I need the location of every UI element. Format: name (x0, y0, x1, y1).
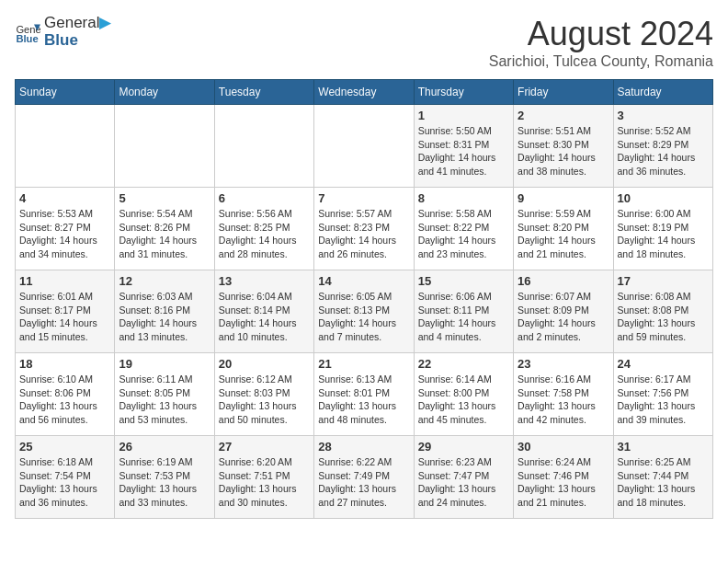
day-cell: 21Sunrise: 6:13 AMSunset: 8:01 PMDayligh… (314, 353, 414, 436)
day-info: Sunrise: 5:59 AMSunset: 8:20 PMDaylight:… (518, 207, 609, 261)
week-row-3: 11Sunrise: 6:01 AMSunset: 8:17 PMDayligh… (16, 270, 713, 353)
weekday-header-tuesday: Tuesday (214, 80, 313, 105)
day-cell (214, 105, 313, 188)
day-number: 24 (618, 357, 709, 371)
day-number: 6 (219, 191, 310, 205)
day-info: Sunrise: 6:10 AMSunset: 8:06 PMDaylight:… (19, 373, 110, 427)
day-cell: 11Sunrise: 6:01 AMSunset: 8:17 PMDayligh… (16, 270, 115, 353)
day-number: 3 (618, 109, 709, 122)
day-number: 29 (418, 440, 509, 454)
calendar-table: SundayMondayTuesdayWednesdayThursdayFrid… (15, 79, 713, 519)
day-number: 10 (618, 191, 709, 205)
day-number: 2 (518, 109, 609, 122)
day-number: 9 (518, 191, 609, 205)
weekday-header-monday: Monday (115, 80, 214, 105)
day-number: 26 (119, 440, 210, 454)
day-info: Sunrise: 6:18 AMSunset: 7:54 PMDaylight:… (19, 455, 110, 510)
day-number: 11 (19, 274, 110, 288)
day-info: Sunrise: 6:08 AMSunset: 8:08 PMDaylight:… (618, 290, 709, 344)
day-info: Sunrise: 5:57 AMSunset: 8:23 PMDaylight:… (318, 207, 409, 261)
day-info: Sunrise: 6:04 AMSunset: 8:14 PMDaylight:… (219, 290, 310, 344)
logo: General Blue General▶ Blue (15, 15, 111, 49)
weekday-header-friday: Friday (514, 80, 613, 105)
day-number: 22 (418, 357, 509, 371)
day-cell: 6Sunrise: 5:56 AMSunset: 8:25 PMDaylight… (214, 188, 313, 270)
day-number: 25 (19, 440, 110, 454)
day-number: 20 (219, 357, 310, 371)
day-info: Sunrise: 6:06 AMSunset: 8:11 PMDaylight:… (418, 290, 509, 344)
day-number: 16 (518, 274, 609, 288)
day-info: Sunrise: 5:53 AMSunset: 8:27 PMDaylight:… (19, 207, 110, 261)
day-cell: 30Sunrise: 6:24 AMSunset: 7:46 PMDayligh… (514, 436, 613, 519)
day-cell: 23Sunrise: 6:16 AMSunset: 7:58 PMDayligh… (514, 353, 613, 436)
day-number: 27 (219, 440, 310, 454)
day-info: Sunrise: 6:23 AMSunset: 7:47 PMDaylight:… (418, 455, 509, 510)
day-cell: 2Sunrise: 5:51 AMSunset: 8:30 PMDaylight… (514, 105, 613, 188)
day-number: 21 (318, 357, 409, 371)
day-cell: 24Sunrise: 6:17 AMSunset: 7:56 PMDayligh… (613, 353, 712, 436)
week-row-4: 18Sunrise: 6:10 AMSunset: 8:06 PMDayligh… (16, 353, 713, 436)
day-cell: 28Sunrise: 6:22 AMSunset: 7:49 PMDayligh… (314, 436, 414, 519)
day-cell (115, 105, 214, 188)
day-cell: 10Sunrise: 6:00 AMSunset: 8:19 PMDayligh… (613, 188, 712, 270)
day-cell: 3Sunrise: 5:52 AMSunset: 8:29 PMDaylight… (613, 105, 712, 188)
day-info: Sunrise: 5:52 AMSunset: 8:29 PMDaylight:… (618, 124, 709, 178)
day-cell: 5Sunrise: 5:54 AMSunset: 8:26 PMDaylight… (115, 188, 214, 270)
logo-general-text: General▶ (44, 15, 111, 32)
logo-blue-text: Blue (44, 32, 111, 50)
day-number: 1 (418, 109, 509, 122)
day-number: 7 (318, 191, 409, 205)
day-cell: 18Sunrise: 6:10 AMSunset: 8:06 PMDayligh… (16, 353, 115, 436)
day-number: 30 (518, 440, 609, 454)
day-number: 28 (318, 440, 409, 454)
day-cell: 26Sunrise: 6:19 AMSunset: 7:53 PMDayligh… (115, 436, 214, 519)
month-title: August 2024 (489, 15, 713, 53)
week-row-1: 1Sunrise: 5:50 AMSunset: 8:31 PMDaylight… (16, 105, 713, 188)
day-number: 18 (19, 357, 110, 371)
day-info: Sunrise: 5:58 AMSunset: 8:22 PMDaylight:… (418, 207, 509, 261)
week-row-5: 25Sunrise: 6:18 AMSunset: 7:54 PMDayligh… (16, 436, 713, 519)
week-row-2: 4Sunrise: 5:53 AMSunset: 8:27 PMDaylight… (16, 188, 713, 270)
day-cell: 25Sunrise: 6:18 AMSunset: 7:54 PMDayligh… (16, 436, 115, 519)
day-cell: 8Sunrise: 5:58 AMSunset: 8:22 PMDaylight… (414, 188, 513, 270)
day-info: Sunrise: 5:51 AMSunset: 8:30 PMDaylight:… (518, 124, 609, 178)
day-number: 31 (618, 440, 709, 454)
day-cell: 7Sunrise: 5:57 AMSunset: 8:23 PMDaylight… (314, 188, 414, 270)
day-cell: 22Sunrise: 6:14 AMSunset: 8:00 PMDayligh… (414, 353, 513, 436)
day-number: 14 (318, 274, 409, 288)
day-info: Sunrise: 6:01 AMSunset: 8:17 PMDaylight:… (19, 290, 110, 344)
day-info: Sunrise: 6:20 AMSunset: 7:51 PMDaylight:… (219, 455, 310, 510)
day-info: Sunrise: 6:03 AMSunset: 8:16 PMDaylight:… (119, 290, 210, 344)
day-info: Sunrise: 6:14 AMSunset: 8:00 PMDaylight:… (418, 373, 509, 427)
day-info: Sunrise: 6:25 AMSunset: 7:44 PMDaylight:… (618, 455, 709, 510)
day-info: Sunrise: 6:19 AMSunset: 7:53 PMDaylight:… (119, 455, 210, 510)
day-cell: 27Sunrise: 6:20 AMSunset: 7:51 PMDayligh… (214, 436, 313, 519)
day-cell (314, 105, 414, 188)
weekday-header-row: SundayMondayTuesdayWednesdayThursdayFrid… (16, 80, 713, 105)
day-cell: 31Sunrise: 6:25 AMSunset: 7:44 PMDayligh… (613, 436, 712, 519)
day-info: Sunrise: 6:11 AMSunset: 8:05 PMDaylight:… (119, 373, 210, 427)
day-cell: 13Sunrise: 6:04 AMSunset: 8:14 PMDayligh… (214, 270, 313, 353)
day-info: Sunrise: 6:17 AMSunset: 7:56 PMDaylight:… (618, 373, 709, 427)
day-number: 17 (618, 274, 709, 288)
day-cell: 19Sunrise: 6:11 AMSunset: 8:05 PMDayligh… (115, 353, 214, 436)
day-cell: 4Sunrise: 5:53 AMSunset: 8:27 PMDaylight… (16, 188, 115, 270)
day-info: Sunrise: 6:22 AMSunset: 7:49 PMDaylight:… (318, 455, 409, 510)
day-cell: 16Sunrise: 6:07 AMSunset: 8:09 PMDayligh… (514, 270, 613, 353)
weekday-header-thursday: Thursday (414, 80, 513, 105)
svg-text:Blue: Blue (16, 33, 38, 44)
day-cell (16, 105, 115, 188)
day-info: Sunrise: 6:24 AMSunset: 7:46 PMDaylight:… (518, 455, 609, 510)
day-info: Sunrise: 5:56 AMSunset: 8:25 PMDaylight:… (219, 207, 310, 261)
day-cell: 14Sunrise: 6:05 AMSunset: 8:13 PMDayligh… (314, 270, 414, 353)
logo-icon: General Blue (15, 19, 40, 45)
day-cell: 17Sunrise: 6:08 AMSunset: 8:08 PMDayligh… (613, 270, 712, 353)
day-number: 4 (19, 191, 110, 205)
day-number: 8 (418, 191, 509, 205)
title-block: August 2024 Sarichioi, Tulcea County, Ro… (489, 15, 713, 70)
day-cell: 29Sunrise: 6:23 AMSunset: 7:47 PMDayligh… (414, 436, 513, 519)
day-cell: 15Sunrise: 6:06 AMSunset: 8:11 PMDayligh… (414, 270, 513, 353)
day-info: Sunrise: 6:05 AMSunset: 8:13 PMDaylight:… (318, 290, 409, 344)
day-number: 13 (219, 274, 310, 288)
day-number: 23 (518, 357, 609, 371)
